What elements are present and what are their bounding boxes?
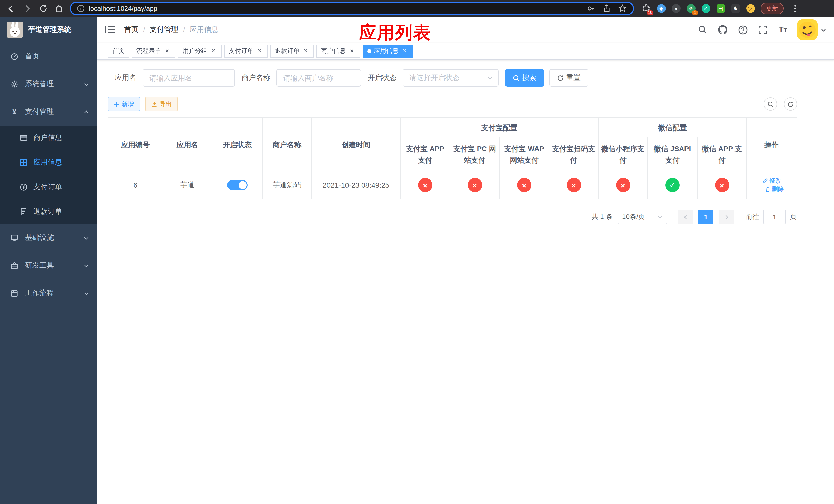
- sidebar-item-system[interactable]: 系统管理: [0, 70, 97, 98]
- sidebar-item-workflow[interactable]: 工作流程: [0, 279, 97, 307]
- status-select[interactable]: 请选择开启状态: [403, 69, 499, 87]
- extensions-puzzle-icon[interactable]: 10: [641, 3, 652, 14]
- sidebar-item-merchant-info[interactable]: 商户信息: [0, 125, 97, 150]
- forward-icon[interactable]: [20, 1, 35, 16]
- refresh-button[interactable]: [784, 97, 797, 111]
- app-name-input[interactable]: [142, 69, 235, 87]
- address-bar[interactable]: localhost:1024/pay/app: [70, 2, 634, 15]
- close-icon[interactable]: ×: [163, 47, 171, 54]
- avatar[interactable]: [797, 20, 818, 40]
- sidebar-item-pay-orders[interactable]: 支付订单: [0, 175, 97, 200]
- home-icon[interactable]: [52, 1, 66, 16]
- search-icon[interactable]: [697, 24, 708, 36]
- extension-icon[interactable]: ☺ 1: [686, 3, 696, 14]
- tab-app-info[interactable]: 应用信息×: [363, 44, 413, 58]
- edit-link[interactable]: 修改: [762, 176, 782, 185]
- export-button[interactable]: 导出: [145, 97, 178, 111]
- chevron-up-icon: [84, 109, 89, 115]
- alipay-qr-flag-icon: ×: [567, 178, 581, 192]
- sidebar-item-app-info[interactable]: 应用信息: [0, 150, 97, 175]
- app-title: 芋道管理系统: [28, 25, 71, 35]
- prev-page-button[interactable]: [678, 210, 693, 224]
- alipay-pc-flag-icon: ×: [467, 178, 482, 192]
- toggle-search-button[interactable]: [764, 97, 777, 111]
- back-icon[interactable]: [4, 1, 19, 16]
- tab-refund-orders[interactable]: 退款订单×: [270, 44, 314, 58]
- page-size-select[interactable]: 10条/页: [618, 210, 667, 224]
- tab-home[interactable]: 首页: [108, 44, 129, 58]
- sidebar-item-label: 应用信息: [33, 158, 62, 167]
- site-info-icon[interactable]: [77, 5, 85, 12]
- browser-update-button[interactable]: 更新: [761, 3, 784, 14]
- col-header-name: 应用名: [163, 118, 212, 171]
- font-size-icon[interactable]: TT: [777, 24, 788, 36]
- extension-icon[interactable]: ♞: [730, 3, 741, 14]
- app-logo[interactable]: 芋道管理系统: [0, 17, 97, 43]
- wechat-mini-flag-icon: ×: [616, 178, 630, 192]
- extension-icon[interactable]: ●: [671, 3, 681, 14]
- order-icon: [20, 183, 28, 191]
- sidebar-item-dev-tools[interactable]: 研发工具: [0, 252, 97, 279]
- url-text[interactable]: localhost:1024/pay/app: [89, 5, 157, 12]
- toolbox-icon: [10, 261, 19, 270]
- close-icon[interactable]: ×: [302, 47, 309, 54]
- table-toolbar: 新增 导出: [108, 97, 824, 111]
- sidebar-item-refund-orders[interactable]: 退款订单: [0, 200, 97, 224]
- sidebar-item-payment[interactable]: ¥ 支付管理: [0, 98, 97, 125]
- share-icon[interactable]: [603, 4, 611, 13]
- sidebar-collapse-icon[interactable]: [105, 24, 116, 36]
- page-number-button[interactable]: 1: [698, 210, 714, 224]
- cell-app-name: 芋道: [163, 171, 212, 199]
- reload-icon[interactable]: [36, 1, 50, 16]
- sidebar-item-label: 商户信息: [33, 133, 62, 142]
- extension-icon[interactable]: ◆: [656, 3, 666, 14]
- caret-down-icon: [821, 27, 826, 32]
- gear-icon: [10, 80, 19, 88]
- browser-menu-icon[interactable]: [788, 1, 802, 16]
- sidebar-item-label: 支付订单: [33, 183, 62, 192]
- password-key-icon[interactable]: [587, 4, 595, 13]
- close-icon[interactable]: ×: [210, 47, 217, 54]
- close-icon[interactable]: ×: [401, 47, 408, 54]
- github-icon[interactable]: [717, 24, 728, 36]
- goto-page-input[interactable]: [763, 210, 786, 224]
- breadcrumb-home[interactable]: 首页: [124, 25, 138, 35]
- sidebar-item-home[interactable]: 首页: [0, 43, 97, 70]
- sidebar-item-label: 研发工具: [25, 261, 54, 270]
- delete-link[interactable]: 删除: [765, 185, 784, 194]
- cell-app-id: 6: [108, 171, 163, 199]
- document-icon: [20, 208, 28, 216]
- help-icon[interactable]: [737, 24, 748, 36]
- tab-pay-orders[interactable]: 支付订单×: [224, 44, 268, 58]
- sidebar-item-infrastructure[interactable]: 基础设施: [0, 224, 97, 252]
- tab-user-group[interactable]: 用户分组×: [178, 44, 222, 58]
- pagination: 共 1 条 10条/页 1 前往 页: [108, 210, 796, 224]
- page-unit-label: 页: [790, 212, 796, 222]
- tab-process-form[interactable]: 流程表单×: [132, 44, 175, 58]
- breadcrumb-payment[interactable]: 支付管理: [150, 25, 178, 35]
- merchant-name-label: 商户名称: [242, 73, 277, 83]
- chevron-down-icon: [84, 235, 89, 241]
- merchant-name-input[interactable]: [277, 69, 361, 87]
- fullscreen-icon[interactable]: [757, 24, 768, 36]
- status-toggle[interactable]: [227, 180, 247, 190]
- app-name-label: 应用名: [108, 73, 142, 83]
- extension-icon[interactable]: ✓: [701, 3, 711, 14]
- reset-button[interactable]: 重置: [549, 69, 588, 87]
- extension-icon[interactable]: ▤: [716, 3, 726, 14]
- search-button[interactable]: 搜索: [505, 69, 544, 87]
- close-icon[interactable]: ×: [256, 47, 263, 54]
- bookmark-star-icon[interactable]: [618, 4, 627, 13]
- add-button[interactable]: 新增: [108, 97, 140, 111]
- col-header-merchant: 商户名称: [262, 118, 312, 171]
- tab-merchant-info[interactable]: 商户信息×: [316, 44, 360, 58]
- app-table: 应用编号 应用名 开启状态 商户名称 创建时间 支付宝配置 微信配置 操作 支付…: [108, 117, 797, 200]
- profile-avatar-icon[interactable]: ツ: [745, 3, 755, 14]
- user-menu[interactable]: [797, 20, 826, 40]
- extensions-badge: 10: [647, 10, 654, 15]
- group-header-wechat: 微信配置: [598, 118, 747, 137]
- status-label: 开启状态: [368, 73, 403, 83]
- wechat-jsapi-flag-icon: ✓: [665, 178, 680, 192]
- close-icon[interactable]: ×: [348, 47, 355, 54]
- next-page-button[interactable]: [719, 210, 734, 224]
